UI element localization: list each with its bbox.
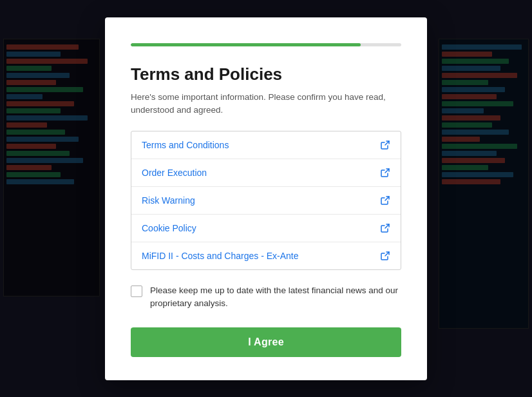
policy-item-terms-label: Terms and Conditions [142, 140, 229, 150]
policy-item-cookie-label: Cookie Policy [142, 223, 196, 233]
progress-bar-fill [131, 43, 361, 46]
modal-subtitle: Here's some important information. Pleas… [131, 91, 401, 117]
modal-title: Terms and Policies [131, 64, 401, 84]
newsletter-label[interactable]: Please keep me up to date with the lates… [150, 284, 401, 311]
external-link-icon-mifid [380, 251, 390, 261]
modal-container: Terms and Policies Here's some important… [105, 17, 427, 380]
external-link-icon-terms [380, 140, 390, 150]
progress-bar-track [131, 43, 401, 46]
policy-item-risk-label: Risk Warning [142, 195, 195, 206]
policy-item-order[interactable]: Order Execution [131, 159, 401, 187]
external-link-icon-cookie [380, 223, 390, 233]
policy-item-risk[interactable]: Risk Warning [131, 187, 401, 215]
policy-item-mifid[interactable]: MiFID II - Costs and Charges - Ex-Ante [131, 242, 401, 269]
newsletter-checkbox[interactable] [131, 286, 142, 297]
policy-item-terms[interactable]: Terms and Conditions [131, 131, 401, 159]
policy-list: Terms and Conditions Order Execution [131, 131, 401, 270]
policy-item-mifid-label: MiFID II - Costs and Charges - Ex-Ante [142, 251, 299, 261]
newsletter-checkbox-row: Please keep me up to date with the lates… [131, 284, 401, 311]
modal-backdrop: Terms and Policies Here's some important… [0, 0, 532, 397]
external-link-icon-order [380, 168, 390, 178]
policy-item-order-label: Order Execution [142, 168, 207, 178]
agree-button[interactable]: I Agree [131, 327, 401, 357]
policy-item-cookie[interactable]: Cookie Policy [131, 215, 401, 242]
external-link-icon-risk [380, 195, 390, 206]
